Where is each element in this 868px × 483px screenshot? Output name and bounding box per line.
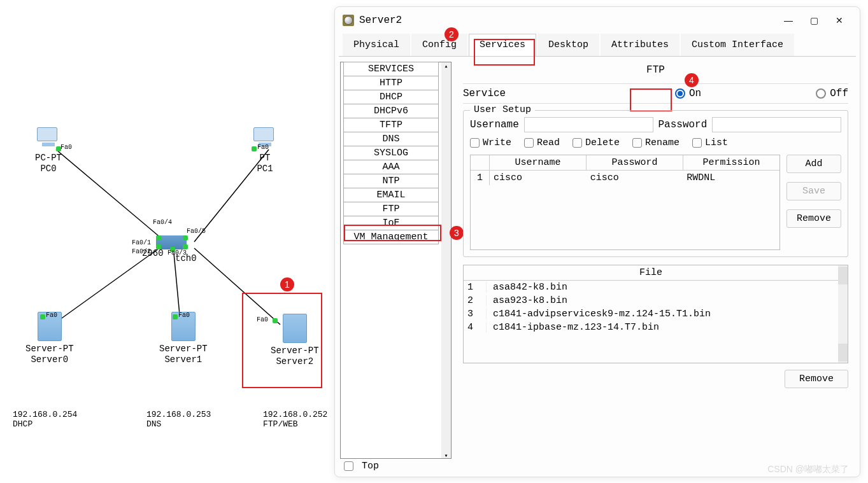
device-server0[interactable]: Fa0 Server-PTServer0 <box>25 312 74 365</box>
user-setup-legend: User Setup <box>470 104 535 115</box>
tab-attributes[interactable]: Attributes <box>601 34 679 56</box>
close-button[interactable]: ✕ <box>827 11 852 30</box>
svg-line-0 <box>56 150 166 242</box>
server0-label: Server-PTServer0 <box>25 344 74 365</box>
device-server1[interactable]: Fa0 Server-PTServer1 <box>159 312 208 365</box>
top-label: Top <box>362 461 379 472</box>
file-scrollbar[interactable] <box>838 265 848 363</box>
dialog-footer: Top <box>344 461 379 472</box>
password-label: Password <box>658 119 708 130</box>
svc-http[interactable]: HTTP <box>343 76 439 90</box>
window-title: Server2 <box>359 15 776 26</box>
perm-delete[interactable]: Delete <box>573 137 620 148</box>
tab-custom-interface[interactable]: Custom Interface <box>681 34 794 56</box>
services-list: SERVICES HTTP DHCP DHCPv6 TFTP DNS SYSLO… <box>341 62 441 458</box>
highlight-ftp-item <box>344 225 441 241</box>
titlebar: Server2 ― ▢ ✕ <box>335 7 860 34</box>
network-topology: Fa0 PC-PTPC0 Fa0 PTPC1 Fa0/4 Fa0/5 Fa0/1… <box>0 0 331 483</box>
badge-1: 1 <box>280 277 294 291</box>
save-button[interactable]: Save <box>786 182 841 200</box>
services-scrollbar[interactable]: ▴ ▾ <box>441 62 451 458</box>
perm-write[interactable]: Write <box>470 137 511 148</box>
add-button[interactable]: Add <box>786 155 841 173</box>
top-checkbox[interactable] <box>344 461 353 471</box>
highlight-on <box>630 88 672 111</box>
remove-user-button[interactable]: Remove <box>786 209 841 228</box>
maximize-button[interactable]: ▢ <box>801 11 827 30</box>
svc-dns[interactable]: DNS <box>343 132 439 146</box>
device-pc1[interactable]: Fa0 PTPC1 <box>253 127 276 174</box>
badge-2: 2 <box>445 27 459 41</box>
username-input[interactable] <box>524 117 653 132</box>
file-row[interactable]: 3c1841-advipservicesk9-mz.124-15.T1.bin <box>464 307 838 321</box>
username-label: Username <box>470 119 519 130</box>
device-switch0[interactable]: Fa0/4 Fa0/5 Fa0/1 Fa0/2 Fa0/3 2960 tch0 <box>156 235 187 249</box>
pc1-label: PTPC1 <box>253 153 276 174</box>
watermark: CSDN @嘟嘟太菜了 <box>767 464 849 475</box>
radio-on[interactable]: On <box>675 88 701 99</box>
badge-4: 4 <box>685 73 699 87</box>
server0-ip: 192.168.0.254DHCP <box>13 410 77 429</box>
user-setup-fieldset: User Setup Username Password Write Read … <box>463 110 848 257</box>
user-table: Username Password Permission 1 cisco cis… <box>470 155 780 250</box>
radio-off[interactable]: Off <box>816 88 848 99</box>
svc-dhcpv6[interactable]: DHCPv6 <box>343 104 439 118</box>
remove-file-button[interactable]: Remove <box>785 370 848 388</box>
pc0-label: PC-PTPC0 <box>35 153 62 174</box>
svg-line-2 <box>57 248 159 321</box>
server2-dialog: Server2 ― ▢ ✕ Physical Config Services D… <box>334 6 860 477</box>
perm-rename[interactable]: Rename <box>632 137 679 148</box>
svc-syslog[interactable]: SYSLOG <box>343 146 439 160</box>
highlight-server2 <box>242 293 322 388</box>
svc-tftp[interactable]: TFTP <box>343 118 439 132</box>
radio-on-icon <box>675 88 685 99</box>
magnifier-icon <box>343 15 354 26</box>
svc-dhcp[interactable]: DHCP <box>343 90 439 104</box>
svc-aaa[interactable]: AAA <box>343 160 439 174</box>
file-table: File 1asa842-k8.bin 2asa923-k8.bin 3c184… <box>463 265 848 363</box>
device-pc0[interactable]: Fa0 PC-PTPC0 <box>35 127 62 174</box>
svc-email[interactable]: EMAIL <box>343 188 439 202</box>
file-row[interactable]: 4c1841-ipbase-mz.123-14.T7.bin <box>464 321 838 334</box>
password-input[interactable] <box>712 117 841 132</box>
server1-ip: 192.168.0.253DNS <box>146 410 211 429</box>
ftp-panel: FTP Service On Off 4 User Setup Username <box>457 62 855 459</box>
tab-physical[interactable]: Physical <box>343 34 410 56</box>
file-row[interactable]: 1asa842-k8.bin <box>464 281 838 294</box>
table-row[interactable]: 1 cisco cisco RWDNL <box>471 171 779 185</box>
server2-ip: 192.168.0.252FTP/WEB <box>263 410 327 429</box>
file-header: File <box>464 265 838 281</box>
tab-desktop[interactable]: Desktop <box>537 34 599 56</box>
ftp-title: FTP <box>463 64 848 76</box>
svc-services[interactable]: SERVICES <box>343 62 439 76</box>
perm-read[interactable]: Read <box>524 137 560 148</box>
radio-off-icon <box>816 88 826 99</box>
svc-ftp[interactable]: FTP <box>343 202 439 216</box>
minimize-button[interactable]: ― <box>776 11 801 30</box>
tab-config[interactable]: Config <box>411 34 467 56</box>
perm-list[interactable]: List <box>692 137 728 148</box>
file-row[interactable]: 2asa923-k8.bin <box>464 294 838 307</box>
server1-label: Server-PTServer1 <box>159 344 208 365</box>
switch-label: 2960 <box>142 248 164 259</box>
tab-bar: Physical Config Services Desktop Attribu… <box>339 34 856 57</box>
svc-ntp[interactable]: NTP <box>343 174 439 188</box>
